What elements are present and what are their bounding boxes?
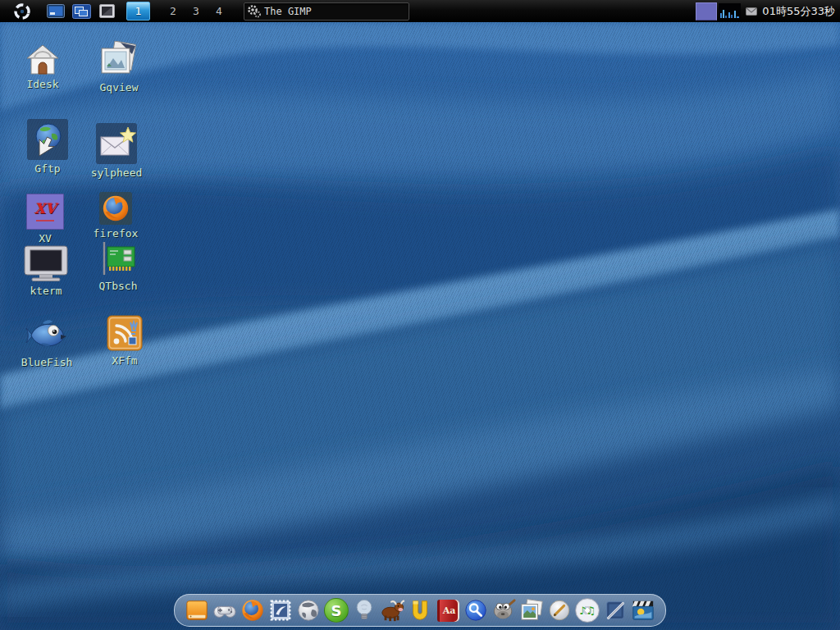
- desktop-icon-firefox[interactable]: firefox: [79, 192, 153, 240]
- mail-icon[interactable]: [746, 7, 757, 16]
- desktop-icon-sylpheed[interactable]: sylpheed: [80, 123, 153, 179]
- house-icon: [25, 43, 61, 75]
- terminal-launcher[interactable]: [46, 3, 66, 20]
- swirl-logo-icon: [12, 2, 32, 21]
- music-notes-glyph: ♪♫: [579, 605, 596, 617]
- dock-item-gimp[interactable]: [490, 596, 518, 624]
- dock: S: [174, 594, 666, 627]
- globe-cursor-icon: [27, 119, 68, 160]
- desktop-icon-qtbsch[interactable]: QTbsch: [81, 240, 155, 292]
- xv-logo-icon: XV: [26, 194, 64, 230]
- dictionary-glyph: Aa: [443, 605, 456, 616]
- mail-stamp-icon: [268, 598, 293, 623]
- dock-item-draw-pen[interactable]: [546, 596, 573, 624]
- globe-icon: [296, 598, 321, 623]
- workspace-2[interactable]: 2: [162, 5, 185, 17]
- clapperboard-icon: [631, 598, 655, 623]
- search-icon: [463, 598, 488, 623]
- orange-rss-box-icon: [106, 314, 144, 352]
- dock-item-external-drive[interactable]: [183, 596, 211, 624]
- dock-item-video-editor[interactable]: [629, 596, 657, 624]
- xv-fine-print: [36, 220, 54, 221]
- system-monitor-applet[interactable]: [719, 3, 741, 20]
- desktop-icon-label: QTbsch: [99, 280, 138, 292]
- desktop-icon-xv[interactable]: XV XV: [8, 194, 82, 244]
- draw-pen-icon: [547, 598, 572, 623]
- xv-glyph: XV: [34, 202, 56, 216]
- desktop-icon-label: XV: [39, 232, 52, 244]
- dock-item-photos[interactable]: [518, 596, 546, 624]
- desktop-icon-label: firefox: [94, 227, 139, 240]
- dock-item-office[interactable]: [406, 596, 434, 624]
- dock-item-firefox[interactable]: [239, 596, 267, 624]
- display-settings-launcher[interactable]: [97, 3, 116, 20]
- wm-logo-button[interactable]: [11, 2, 33, 21]
- circuit-board-icon: [98, 240, 138, 277]
- ox-icon: [380, 598, 404, 623]
- desktop-icon-label: kterm: [30, 285, 62, 297]
- dock-item-search[interactable]: [462, 596, 490, 624]
- panel-applets: 01時55分33秒: [696, 2, 840, 21]
- taskbar-button-label: The GIMP: [264, 6, 312, 17]
- dock-item-lightbulb[interactable]: [350, 596, 378, 624]
- desktop-icon-bluefish[interactable]: BlueFish: [10, 316, 84, 368]
- external-drive-icon: [185, 598, 209, 623]
- desktop-icon-label: XFfm: [112, 354, 137, 367]
- skype-icon: S: [324, 598, 349, 623]
- desktop-icon-xffm[interactable]: XFfm: [88, 314, 162, 367]
- desktop-icon-label: BlueFish: [21, 356, 73, 368]
- envelope-star-icon: [96, 123, 137, 164]
- office-icon: [408, 598, 432, 623]
- firefox-icon: [240, 598, 265, 623]
- dock-item-web-browser[interactable]: [294, 596, 322, 624]
- dock-item-music[interactable]: ♪♫: [573, 596, 601, 624]
- gears-icon: [247, 4, 262, 18]
- dock-item-ox[interactable]: [378, 596, 406, 624]
- window-list-launcher[interactable]: [71, 3, 91, 20]
- dock-item-skype[interactable]: S: [322, 596, 350, 624]
- game-controller-icon: [212, 598, 237, 623]
- display-icon: [99, 4, 115, 18]
- desktop-icon-label: Gqview: [100, 81, 139, 94]
- desktop-icon-label: Gftp: [34, 162, 60, 175]
- dock-item-dictionary[interactable]: Aa: [434, 596, 462, 624]
- dock-item-mail-stamp[interactable]: [267, 596, 294, 624]
- monitor-graph-icon: [719, 3, 741, 20]
- crt-monitor-icon: [23, 244, 69, 282]
- dock-item-game-controller[interactable]: [211, 596, 239, 624]
- lightbulb-icon: [352, 598, 377, 623]
- notebook-pen-icon: [603, 598, 628, 623]
- workspace-4[interactable]: 4: [208, 5, 231, 17]
- panel-clock: 01時55分33秒: [762, 4, 835, 19]
- desktop-icon-gqview[interactable]: Gqview: [82, 41, 156, 94]
- pager-applet[interactable]: [696, 2, 717, 21]
- workspace-3[interactable]: 3: [185, 5, 208, 17]
- taskbar-button-gimp[interactable]: The GIMP: [244, 2, 409, 21]
- desktop-icon-gftp[interactable]: Gftp: [11, 119, 84, 175]
- gimp-icon: [491, 598, 516, 623]
- blue-fish-icon: [25, 316, 69, 354]
- desktop-icon-label: Idesk: [26, 78, 58, 90]
- photos-icon: [519, 598, 544, 623]
- desktop-icon-label: sylpheed: [91, 167, 143, 179]
- desktop-icon-kterm[interactable]: kterm: [9, 244, 83, 297]
- windows-icon: [72, 4, 91, 19]
- dock-item-notebook[interactable]: [601, 596, 629, 624]
- workspace-switcher: 1 2 3 4: [126, 2, 231, 21]
- workspace-1[interactable]: 1: [126, 2, 150, 21]
- desktop: Idesk Gqview Gftp: [0, 22, 840, 630]
- terminal-icon: [47, 4, 65, 18]
- photo-stack-icon: [99, 41, 139, 79]
- desktop-icon-idesk[interactable]: Idesk: [6, 43, 80, 90]
- firefox-icon: [99, 192, 132, 225]
- skype-glyph: S: [331, 602, 342, 619]
- top-panel: 1 2 3 4 The GIMP: [0, 0, 840, 22]
- dictionary-icon: Aa: [437, 600, 459, 622]
- music-cd-icon: ♪♫: [575, 598, 600, 623]
